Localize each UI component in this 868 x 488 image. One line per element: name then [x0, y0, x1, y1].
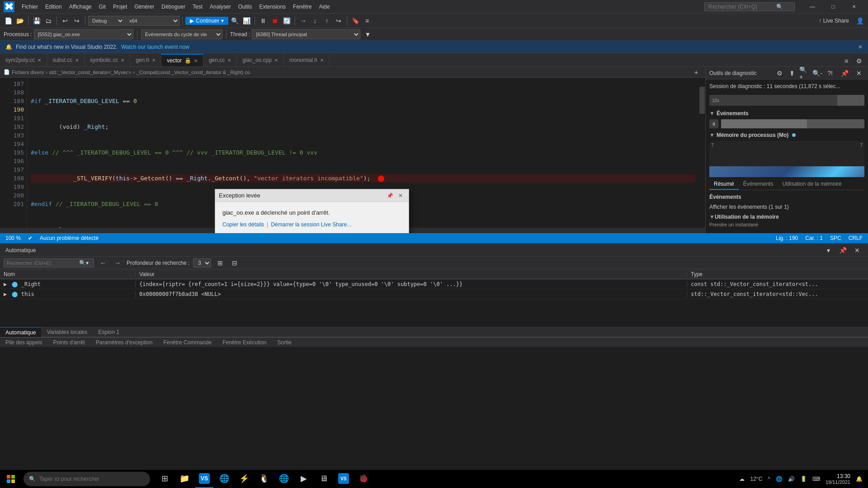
run-to-cursor-btn[interactable]: ↪ [333, 15, 344, 26]
step-over-btn[interactable]: → [298, 15, 309, 26]
step-out-btn[interactable]: ↑ [321, 15, 332, 26]
menu-aide[interactable]: Aide [315, 2, 333, 12]
search-bar-menu[interactable]: 🔍 [704, 2, 795, 11]
taskbar-search-input[interactable] [39, 476, 139, 482]
menu-search-input[interactable] [708, 4, 776, 10]
menu-git[interactable]: Git [95, 2, 109, 12]
tab-gencc[interactable]: gen.cc ✕ [203, 54, 237, 66]
btab-variables[interactable]: Variables locales [41, 327, 93, 337]
diagnostic-export-btn[interactable]: ⬆ [787, 68, 797, 79]
taskbar-vs[interactable]: VS [195, 470, 213, 488]
right-panel-pin-btn[interactable]: 📌 [839, 68, 850, 79]
diagnostic-help-btn[interactable]: ?! [825, 68, 835, 79]
diagnostic-zoom-out-btn[interactable]: 🔍- [812, 68, 823, 79]
more-tabs-btn[interactable]: ≡ [841, 56, 852, 66]
tab-close-monomial[interactable]: ✕ [320, 58, 324, 63]
taskbar-chrome[interactable]: 🌐 [215, 470, 233, 488]
new-project-btn[interactable]: 📄 [3, 15, 14, 26]
tab-vector[interactable]: vector 🔒 ✕ [161, 54, 203, 66]
tab-close-genh[interactable]: ✕ [152, 58, 156, 63]
process-dropdown[interactable]: [5552] giac_oo.exe [34, 29, 133, 39]
ftab-sortie[interactable]: Sortie [272, 338, 297, 347]
notification-icon[interactable]: 🔔 [856, 476, 863, 482]
taskbar-browser2[interactable]: 🌐 [275, 470, 293, 488]
tab-subst[interactable]: subst.cc ✕ [47, 54, 85, 66]
menu-generer[interactable]: Générer [131, 2, 158, 12]
events-count[interactable]: Afficher les événements (1 sur 1) [709, 204, 864, 210]
tab-monomial[interactable]: monomial.h ✕ [284, 54, 330, 66]
perf-btn[interactable]: 📊 [241, 15, 252, 26]
live-share-button[interactable]: ↑ Live Share [814, 17, 854, 25]
chevron-icon[interactable]: ^ [768, 476, 770, 482]
tab-close-gencc[interactable]: ✕ [227, 58, 231, 63]
menu-extensions[interactable]: Extensions [255, 2, 289, 12]
menu-fichier[interactable]: Fichier [18, 2, 42, 12]
config-dropdown[interactable]: Debug [88, 16, 124, 26]
close-button[interactable]: ✕ [844, 0, 864, 14]
maximize-button[interactable]: □ [823, 0, 844, 14]
add-tab-btn[interactable]: + [691, 67, 702, 78]
events-pause-btn[interactable]: ⏸ [709, 119, 718, 128]
editor-vscrollbar[interactable] [699, 78, 705, 228]
platform-dropdown[interactable]: x64 [125, 16, 179, 26]
memory-collapse-arrow[interactable]: ▼ [709, 132, 715, 138]
diagnostic-zoom-in-btn[interactable]: 🔍+ [799, 68, 810, 79]
menu-edition[interactable]: Edition [42, 2, 66, 12]
taskbar-vm[interactable]: 🖥 [315, 470, 333, 488]
step-in-btn[interactable]: ↓ [310, 15, 321, 26]
pause-btn[interactable]: ⏸ [258, 15, 269, 26]
tab-close-subst[interactable]: ✕ [75, 58, 79, 63]
right-tab-events[interactable]: Événements [739, 179, 778, 190]
menu-fenetre[interactable]: Fenêtre [289, 2, 315, 12]
snapshot-btn[interactable]: Prendre un instantané [709, 222, 864, 227]
breadcrumb-function[interactable]: _Compat(const _Vector_const_iterator & _… [137, 70, 250, 75]
btab-automatique[interactable]: Automatique [0, 327, 41, 337]
save-all-btn[interactable]: 🗂 [43, 15, 54, 26]
expand-icon-this[interactable]: ▶ [4, 291, 7, 297]
open-btn[interactable]: 📂 [14, 15, 25, 26]
collapse-btn[interactable]: ⊟ [229, 258, 240, 268]
expand-btn[interactable]: ⊞ [215, 258, 226, 268]
taskbar-debug[interactable]: 🐞 [354, 470, 373, 488]
start-liveshare-link[interactable]: Démarrer la session Live Share... [271, 221, 351, 228]
taskbar-multiview[interactable]: ⊞ [156, 470, 174, 488]
stop-btn[interactable]: ⏹ [269, 15, 280, 26]
nav-back-btn[interactable]: ← [98, 258, 108, 268]
exception-close-button[interactable]: ✕ [396, 191, 405, 200]
editor-scroll-thumb[interactable] [699, 87, 705, 114]
ftab-breakpoints[interactable]: Points d'arrêt [47, 338, 90, 347]
right-panel-close-btn[interactable]: ✕ [854, 68, 864, 79]
ftab-commande[interactable]: Fenêtre Commande [158, 338, 217, 347]
panel-close-btn[interactable]: ✕ [852, 245, 863, 256]
menu-affichage[interactable]: Affichage [66, 2, 95, 12]
tab-genh[interactable]: gen.h ✕ [130, 54, 161, 66]
zoom-level[interactable]: 100 % [5, 235, 21, 241]
memory-usage-collapse[interactable]: ▼ [709, 214, 715, 220]
search-dropdown-icon[interactable]: ▾ [86, 260, 89, 266]
depth-select[interactable]: 3 [193, 258, 211, 267]
bookmark-btn[interactable]: 🔖 [350, 15, 361, 26]
start-button[interactable] [0, 470, 22, 488]
tab-sym2poly[interactable]: sym2poly.cc ✕ [0, 54, 47, 66]
continue-dropdown-icon[interactable]: ▾ [221, 18, 224, 24]
ftab-pile[interactable]: Pile des appels [0, 338, 47, 347]
tab-symbolic[interactable]: symbolic.cc ✕ [85, 54, 130, 66]
continue-button[interactable]: ▶ Continuer ▾ [185, 17, 228, 25]
save-btn[interactable]: 💾 [31, 15, 42, 26]
btab-espion[interactable]: Espion 1 [93, 327, 125, 337]
memory-usage-header[interactable]: ▼ Utilisation de la mémoire [709, 214, 864, 220]
tab-close-sym2poly[interactable]: ✕ [38, 58, 41, 63]
menu-analyser[interactable]: Analyser [206, 2, 235, 12]
banner-close-button[interactable]: ✕ [858, 44, 863, 50]
taskbar-vscode[interactable]: VS [335, 470, 353, 488]
menu-debogueur[interactable]: Déboguer [158, 2, 189, 12]
panel-pin-btn[interactable]: 📌 [837, 245, 848, 256]
settings-btn[interactable]: ⚙ [854, 56, 864, 66]
tab-close-vector[interactable]: ✕ [194, 58, 198, 63]
thread-dropdown[interactable]: [6380] Thread principal [252, 29, 360, 39]
banner-link[interactable]: Watch our launch event now [121, 44, 189, 50]
events-collapse-arrow[interactable]: ▼ [709, 110, 715, 117]
redo-btn[interactable]: ↪ [71, 15, 82, 26]
taskbar-terminal[interactable]: ⚡ [235, 470, 253, 488]
menu-projet[interactable]: Projet [109, 2, 131, 12]
